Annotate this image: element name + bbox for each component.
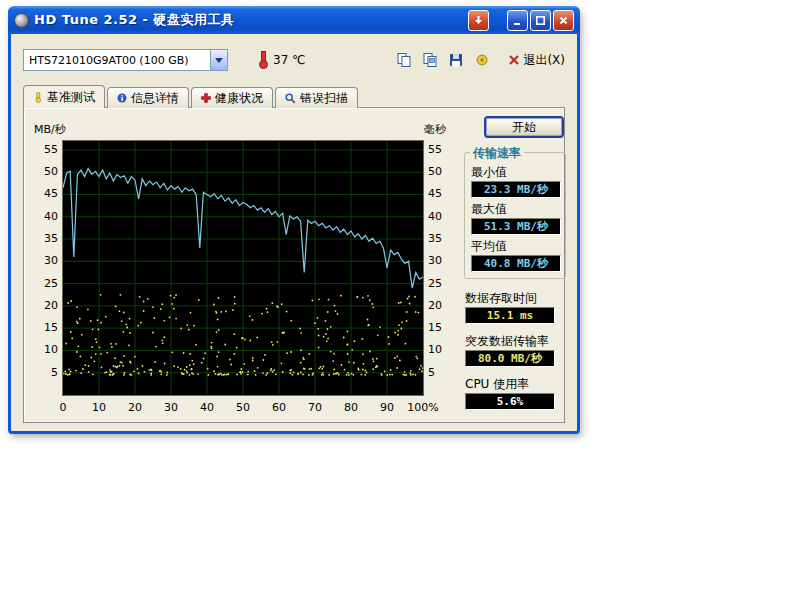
combo-dropdown-arrow-icon[interactable]	[210, 50, 227, 70]
y-tick-label: 50	[30, 166, 58, 177]
y-tick-label: 10	[30, 344, 58, 355]
exit-x-icon	[508, 54, 520, 66]
max-value: 51.3 MB/秒	[484, 219, 548, 234]
x-tick-label: 50	[236, 402, 250, 414]
x-tick-label: 30	[164, 402, 178, 414]
y-tick-label: 55	[428, 144, 456, 155]
y-tick-label: 30	[428, 255, 456, 266]
options-icon	[474, 52, 490, 68]
tab-health-label: 健康状况	[215, 90, 263, 107]
y-tick-label: 25	[30, 278, 58, 289]
max-value-box: 51.3 MB/秒	[471, 218, 561, 235]
minimize-button[interactable]	[507, 10, 528, 31]
info-icon: i	[117, 93, 127, 103]
x-tick-label: 40	[200, 402, 214, 414]
exit-button[interactable]: 退出(X)	[508, 52, 565, 69]
titlebar[interactable]: HD Tune 2.52 - 硬盘实用工具	[8, 6, 580, 34]
y-tick-label: 35	[30, 233, 58, 244]
burst-rate-label: 突发数据传输率	[465, 334, 566, 348]
y-tick-label: 45	[30, 188, 58, 199]
benchmark-panel: MB/秒 毫秒 510152025303540455055 5101520253…	[23, 107, 565, 423]
magnifier-icon	[285, 93, 296, 104]
min-value: 23.3 MB/秒	[484, 182, 548, 197]
benchmark-plot	[62, 140, 424, 396]
close-button[interactable]	[553, 10, 574, 31]
results-side-panel: 开始 传输速率 最小值 23.3 MB/秒 最大值 51.3 MB/秒 平均值 …	[464, 114, 566, 414]
tab-benchmark-label: 基准测试	[47, 89, 95, 106]
burst-rate-value: 80.0 MB/秒	[478, 351, 542, 366]
drive-select-value: HTS721010G9AT00 (100 GB)	[29, 54, 210, 67]
cpu-usage-value-box: 5.6%	[465, 393, 555, 410]
max-label: 最大值	[471, 202, 560, 216]
cpu-usage-label: CPU 使用率	[465, 377, 566, 391]
avg-label: 平均值	[471, 239, 560, 253]
y-tick-label: 5	[428, 367, 456, 378]
tab-info[interactable]: i 信息详情	[107, 87, 189, 108]
y-tick-label: 15	[30, 322, 58, 333]
svg-text:i: i	[121, 94, 124, 103]
y-tick-label: 10	[428, 344, 456, 355]
tab-error-scan-label: 错误扫描	[300, 90, 348, 107]
y-tick-label: 5	[30, 367, 58, 378]
options-button[interactable]	[472, 50, 492, 70]
right-axis-label: 毫秒	[424, 122, 446, 137]
avg-value: 40.8 MB/秒	[484, 256, 548, 271]
benchmark-chart: MB/秒 毫秒 510152025303540455055 5101520253…	[26, 122, 460, 420]
access-time-label: 数据存取时间	[465, 291, 566, 305]
y-tick-label: 55	[30, 144, 58, 155]
update-download-button[interactable]	[468, 10, 489, 31]
hdtune-window: HD Tune 2.52 - 硬盘实用工具 HTS721010G9AT00 (1…	[8, 6, 580, 434]
copy-image-button[interactable]	[420, 50, 440, 70]
tab-health[interactable]: 健康状况	[191, 87, 273, 108]
x-ticks: 0102030405060708090100%	[63, 402, 429, 416]
minimize-icon	[512, 15, 523, 26]
tab-benchmark[interactable]: 基准测试	[23, 85, 105, 108]
y-ticks-right: 510152025303540455055	[428, 140, 456, 396]
app-icon	[14, 13, 29, 28]
y-tick-label: 15	[428, 322, 456, 333]
x-tick-label: 80	[344, 402, 358, 414]
y-tick-label: 25	[428, 278, 456, 289]
y-tick-label: 40	[428, 211, 456, 222]
burst-rate-value-box: 80.0 MB/秒	[465, 350, 555, 367]
tab-info-label: 信息详情	[131, 90, 179, 107]
drive-select[interactable]: HTS721010G9AT00 (100 GB)	[23, 49, 228, 71]
y-tick-label: 20	[30, 300, 58, 311]
save-button[interactable]	[446, 50, 466, 70]
tabstrip: 基准测试 i 信息详情 健康状况 错误扫描	[23, 84, 565, 107]
min-label: 最小值	[471, 165, 560, 179]
benchmark-icon	[33, 92, 43, 103]
y-tick-label: 35	[428, 233, 456, 244]
exit-label: 退出(X)	[523, 52, 565, 69]
x-tick-label: 70	[308, 402, 322, 414]
maximize-button[interactable]	[530, 10, 551, 31]
thermometer-icon	[258, 51, 267, 69]
transfer-rate-group: 传输速率 最小值 23.3 MB/秒 最大值 51.3 MB/秒 平均值 40.…	[464, 152, 566, 279]
y-tick-label: 30	[30, 255, 58, 266]
start-button[interactable]: 开始	[484, 116, 564, 138]
close-icon	[558, 15, 569, 26]
x-tick-label: 0	[60, 402, 67, 414]
x-tick-label: 60	[272, 402, 286, 414]
x-tick-label: 100%	[407, 402, 438, 414]
maximize-icon	[535, 15, 546, 26]
toolbar-actions: 退出(X)	[394, 50, 565, 70]
y-ticks-left: 510152025303540455055	[30, 140, 58, 396]
left-axis-label: MB/秒	[34, 122, 66, 137]
y-tick-label: 20	[428, 300, 456, 311]
tab-error-scan[interactable]: 错误扫描	[275, 87, 358, 108]
y-tick-label: 45	[428, 188, 456, 199]
access-time-value: 15.1 ms	[487, 309, 533, 322]
min-value-box: 23.3 MB/秒	[471, 181, 561, 198]
cpu-usage-value: 5.6%	[497, 395, 524, 408]
floppy-disk-icon	[448, 52, 464, 68]
y-tick-label: 50	[428, 166, 456, 177]
copy-text-button[interactable]	[394, 50, 414, 70]
download-arrow-icon	[473, 15, 484, 26]
x-tick-label: 10	[92, 402, 106, 414]
health-cross-icon	[201, 93, 211, 103]
avg-value-box: 40.8 MB/秒	[471, 255, 561, 272]
access-time-value-box: 15.1 ms	[465, 307, 555, 324]
copy-pages-icon	[396, 52, 412, 68]
temperature-value: 37 ℃	[273, 53, 306, 67]
